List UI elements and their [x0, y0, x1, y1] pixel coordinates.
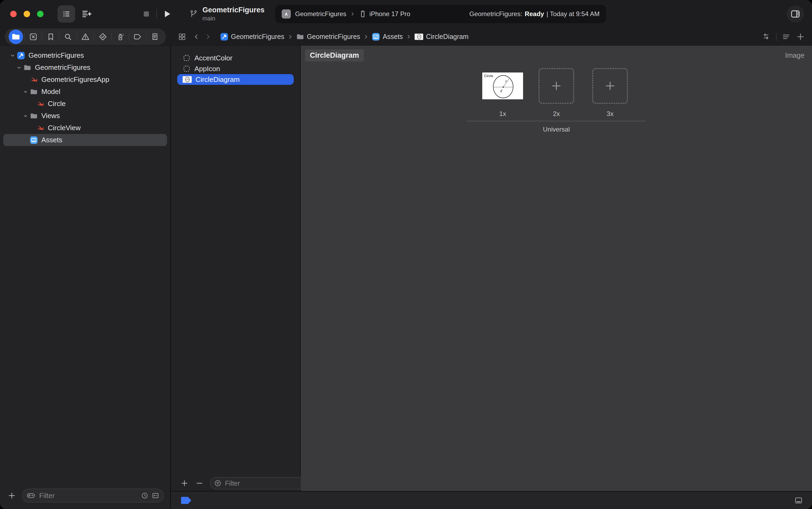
imageset-title: CircleDiagram: [305, 49, 364, 62]
imageset-slot-group: Circle r d: [467, 68, 646, 133]
find-tab[interactable]: [61, 30, 75, 44]
folder-icon: [23, 64, 32, 72]
reports-tab[interactable]: [148, 30, 162, 44]
svg-text:Circle: Circle: [484, 74, 493, 78]
assets-icon: [30, 136, 38, 144]
source-control-tab[interactable]: [26, 30, 40, 44]
tree-row-project[interactable]: GeometricFigures: [3, 49, 167, 62]
dashed-swatch-icon: [182, 54, 191, 62]
svg-text:d: d: [500, 89, 502, 93]
debug-area-toggle-button[interactable]: [794, 496, 803, 505]
circle-diagram-image: Circle r d: [482, 72, 523, 99]
folder-icon: [11, 32, 21, 41]
folder-icon: [30, 88, 38, 96]
run-button[interactable]: [161, 8, 172, 20]
chevron-down-icon[interactable]: [22, 113, 30, 119]
status-state: Ready: [525, 10, 544, 18]
editor-options-button[interactable]: [782, 32, 790, 41]
plus-icon: [550, 80, 562, 92]
recent-files-icon[interactable]: [141, 491, 149, 500]
tree-row-group[interactable]: GeometricFigures: [3, 62, 167, 74]
project-navigator: GeometricFigures GeometricFigures Geomet…: [0, 46, 171, 509]
filter-icon: [214, 479, 222, 487]
slot-2x[interactable]: [530, 68, 583, 104]
tag-icon: [133, 32, 142, 41]
add-file-button[interactable]: [7, 491, 16, 500]
run-destination[interactable]: iPhone 17 Pro: [370, 10, 410, 18]
branch-icon: [189, 9, 198, 19]
ai-assistant-button[interactable]: [81, 8, 93, 20]
chevron-right-icon: [349, 11, 356, 17]
scale-label-2x: 2x: [530, 110, 583, 117]
remove-asset-button[interactable]: [196, 479, 204, 487]
inspector-toggle-button[interactable]: [787, 5, 804, 23]
breadcrumb-item-assets[interactable]: Assets: [372, 33, 403, 41]
asset-catalog-list: AccentColor AppIcon CircleDiagram: [171, 46, 301, 491]
breadcrumb-item-group[interactable]: GeometricFigures: [296, 33, 360, 41]
breadcrumb-item-imageset[interactable]: CircleDiagram: [415, 33, 468, 40]
asset-filter-bar: [171, 475, 300, 491]
asset-filter-field[interactable]: [210, 477, 312, 489]
source-control-status-icon[interactable]: [151, 491, 160, 500]
tree-row-circleview-file[interactable]: CircleView: [3, 122, 167, 134]
close-button[interactable]: [10, 11, 16, 17]
scale-label-1x: 1x: [476, 110, 530, 117]
svg-text:r: r: [505, 79, 507, 83]
scale-label-3x: 3x: [583, 110, 637, 117]
source-control-icon: [29, 32, 38, 41]
code-review-button[interactable]: [762, 32, 771, 41]
breakpoints-toggle-button[interactable]: [180, 497, 192, 504]
bookmarks-tab[interactable]: [43, 30, 58, 44]
breakpoints-tab[interactable]: [130, 30, 145, 44]
breadcrumb: GeometricFigures GeometricFigures Assets…: [220, 33, 469, 41]
breadcrumb-item-project[interactable]: GeometricFigures: [220, 33, 284, 41]
sidebar-toggle-icon: [61, 9, 72, 19]
asset-filter-input[interactable]: [225, 479, 311, 487]
file-tree: GeometricFigures GeometricFigures Geomet…: [0, 46, 170, 482]
minimize-button[interactable]: [24, 11, 30, 17]
navigator-tab-bar: [0, 28, 171, 45]
sidebar-toggle-button[interactable]: [58, 5, 75, 23]
stop-button[interactable]: [141, 8, 152, 20]
idiom-divider: [467, 121, 646, 121]
go-forward-button[interactable]: [204, 33, 212, 41]
imageset-editor: CircleDiagram Image Circle: [301, 46, 812, 491]
chevron-down-icon[interactable]: [15, 64, 23, 71]
device-icon: [359, 10, 367, 18]
tree-row-model-folder[interactable]: Model: [3, 86, 167, 98]
chevron-right-icon: [363, 34, 369, 40]
tree-row-circle-file[interactable]: Circle: [3, 98, 167, 110]
tree-row-views-folder[interactable]: Views: [3, 110, 167, 122]
navigator-filter-field[interactable]: [22, 488, 164, 503]
go-back-button[interactable]: [192, 33, 200, 41]
tree-row-app-file[interactable]: GeometricFiguresApp: [3, 74, 167, 86]
swift-icon: [36, 100, 44, 108]
chevron-down-icon[interactable]: [22, 89, 30, 95]
slot-1x[interactable]: Circle r d: [476, 68, 530, 104]
scheme-status-bar[interactable]: GeometricFigures iPhone 17 Pro Geometric…: [275, 5, 606, 23]
project-navigator-tab[interactable]: [9, 30, 23, 44]
swift-icon: [30, 76, 38, 84]
slot-3x[interactable]: [583, 68, 637, 104]
related-items-button[interactable]: [178, 32, 187, 41]
asset-row-appicon[interactable]: AppIcon: [177, 63, 294, 74]
add-editor-button[interactable]: [796, 32, 805, 41]
navigator-filter-input[interactable]: [39, 491, 141, 500]
issues-tab[interactable]: [78, 30, 93, 44]
chevron-down-icon[interactable]: [9, 53, 16, 59]
folder-icon: [296, 33, 304, 41]
plus-icon: [604, 80, 616, 92]
photos-icon: [372, 33, 380, 41]
tree-row-assets[interactable]: Assets: [3, 134, 167, 146]
project-icon: [220, 33, 228, 41]
activity-status: GeometricFigures: Ready | Today at 9:54 …: [469, 10, 600, 18]
zoom-button[interactable]: [37, 11, 43, 17]
asset-row-accentcolor[interactable]: AccentColor: [177, 53, 294, 63]
add-asset-button[interactable]: [180, 479, 189, 487]
project-icon: [16, 52, 25, 60]
window-controls: [10, 11, 43, 17]
debug-tab[interactable]: [113, 30, 128, 44]
tests-tab[interactable]: [96, 30, 110, 44]
scheme-name[interactable]: GeometricFigures: [295, 10, 346, 18]
asset-row-circlediagram[interactable]: CircleDiagram: [177, 74, 294, 85]
